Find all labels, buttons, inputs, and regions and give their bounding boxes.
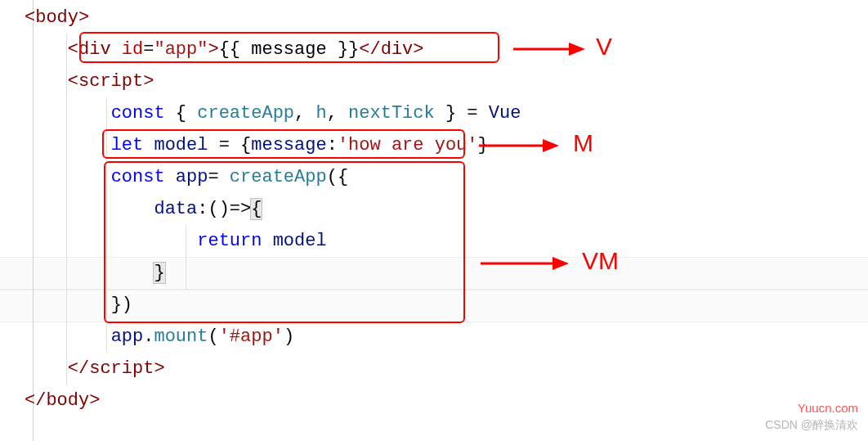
code-line-3: <script> (25, 65, 521, 97)
annotation-label-m: M (573, 129, 593, 157)
code-block: <body> <div id="app">{{ message }}</div>… (25, 2, 521, 416)
arrow-icon (510, 39, 592, 59)
svg-marker-3 (543, 139, 559, 152)
svg-marker-1 (569, 43, 585, 56)
code-line-9: } (25, 257, 521, 289)
code-line-12: </script> (25, 353, 521, 385)
watermark-csdn: CSDN @醉换清欢 (765, 418, 858, 433)
annotation-label-v: V (596, 33, 612, 61)
watermark-site: Yuucn.com (798, 401, 858, 415)
code-line-5: let model = {message:'how are you'} (25, 129, 521, 161)
annotation-label-vm: VM (582, 247, 619, 275)
code-line-7: data:()=>{ (25, 193, 521, 225)
code-line-13: </body> (25, 385, 521, 416)
code-line-4: const { createApp, h, nextTick } = Vue (25, 97, 521, 129)
code-line-1: <body> (25, 2, 521, 34)
svg-marker-5 (553, 257, 569, 270)
code-line-10: }) (25, 289, 521, 321)
code-line-6: const app= createApp({ (25, 161, 521, 193)
code-line-11: app.mount('#app') (25, 321, 521, 353)
code-line-2: <div id="app">{{ message }}</div> (25, 34, 521, 65)
code-line-8: return model (25, 225, 521, 257)
